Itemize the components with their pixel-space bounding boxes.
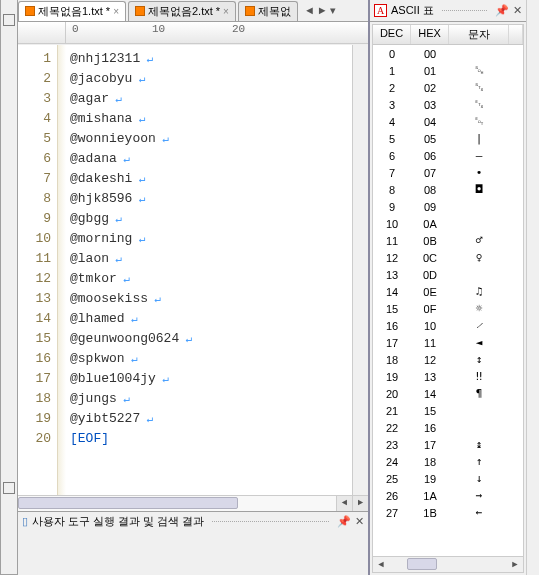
tab-scroll-left-icon[interactable]: ◄ [304,4,315,17]
ascii-row[interactable]: 120C♀ [373,249,523,266]
col-header-hex[interactable]: HEX [411,25,449,44]
ascii-row[interactable]: 606– [373,147,523,164]
ascii-row[interactable]: 909 [373,198,523,215]
ascii-row[interactable]: 1610⟋ [373,317,523,334]
text-line: @jacobyu ↵ [70,69,348,89]
ascii-row[interactable]: 140E♫ [373,283,523,300]
scroll-right-icon[interactable]: ► [507,557,523,572]
cell-hex: 19 [411,473,449,485]
cell-chr: ◘ [449,183,509,196]
tab-2[interactable]: 제목없음2.txt * × [128,1,236,21]
cell-chr: ↑ [449,455,509,468]
ascii-row[interactable]: 110B♂ [373,232,523,249]
ascii-row[interactable]: 2418↑ [373,453,523,470]
scroll-thumb[interactable] [407,558,437,570]
close-icon[interactable]: ✕ [513,4,522,17]
cell-dec: 11 [373,235,411,247]
cell-hex: 01 [411,65,449,77]
left-sidebar-gutter [0,0,18,575]
ascii-row[interactable]: 404␄ [373,113,523,130]
cell-dec: 24 [373,456,411,468]
ruler-tick: 20 [232,23,245,35]
ascii-row[interactable]: 1812↕ [373,351,523,368]
cell-dec: 5 [373,133,411,145]
ascii-row[interactable]: 303␃ [373,96,523,113]
ascii-row[interactable]: 707• [373,164,523,181]
cell-hex: 1A [411,490,449,502]
cell-chr: ☼ [449,302,509,315]
close-icon[interactable]: × [223,6,229,17]
ascii-row[interactable]: 505| [373,130,523,147]
text-line: @wonnieyoon ↵ [70,129,348,149]
ascii-row[interactable]: 2014¶ [373,385,523,402]
ascii-title: ASCII 표 [391,3,434,18]
cell-hex: 06 [411,150,449,162]
cell-hex: 11 [411,337,449,349]
scroll-left-icon[interactable]: ◄ [336,496,352,511]
scroll-left-icon[interactable]: ◄ [373,557,389,572]
editor-body[interactable]: 1234567891011121314151617181920 @nhj1231… [18,44,368,495]
cell-dec: 3 [373,99,411,111]
cell-dec: 8 [373,184,411,196]
ascii-row[interactable]: 1913‼ [373,368,523,385]
cell-chr: ␄ [449,115,509,128]
scroll-right-icon[interactable]: ► [352,496,368,511]
ascii-row[interactable]: 2216 [373,419,523,436]
cell-dec: 1 [373,65,411,77]
text-line: @morning ↵ [70,229,348,249]
ascii-horizontal-scrollbar[interactable]: ◄ ► [373,556,523,572]
sidebar-tab-top[interactable] [3,14,15,26]
tab-3[interactable]: 제목없 [238,1,298,21]
close-icon[interactable]: ✕ [355,515,364,528]
pin-icon[interactable]: 📌 [337,515,351,528]
text-area[interactable]: @nhj12311 ↵@jacobyu ↵@agar ↵@mishana ↵@w… [66,45,352,495]
cell-dec: 10 [373,218,411,230]
line-numbers: 1234567891011121314151617181920 [18,45,58,495]
ascii-row[interactable]: 101␁ [373,62,523,79]
scroll-thumb[interactable] [18,497,238,509]
file-icon [25,6,35,16]
close-icon[interactable]: × [113,6,119,17]
ascii-table-header[interactable]: DEC HEX 문자 [373,25,523,45]
ascii-row[interactable]: 130D [373,266,523,283]
horizontal-scrollbar[interactable]: ◄ ► [18,495,368,511]
tab-dropdown-icon[interactable]: ▾ [330,4,336,17]
ruler: 0 10 20 [18,22,368,44]
cell-dec: 0 [373,48,411,60]
ascii-table: DEC HEX 문자 000101␁202␂303␃404␄505|606–70… [372,24,524,573]
col-header-dec[interactable]: DEC [373,25,411,44]
editor-tabs: 제목없음1.txt * × 제목없음2.txt * × 제목없 ◄ ► ▾ [18,0,368,22]
ascii-row[interactable]: 202␂ [373,79,523,96]
cell-hex: 16 [411,422,449,434]
output-panel-body [18,531,368,575]
col-header-chr[interactable]: 문자 [449,25,509,44]
sidebar-tab-bottom[interactable] [3,482,15,494]
cell-dec: 6 [373,150,411,162]
cell-chr: → [449,489,509,502]
ascii-row[interactable]: 100A [373,215,523,232]
file-icon [135,6,145,16]
text-line: @blue1004jy ↵ [70,369,348,389]
ascii-rows[interactable]: 000101␁202␂303␃404␄505|606–707•808◘90910… [373,45,523,521]
ascii-row[interactable]: 1711◄ [373,334,523,351]
cell-dec: 12 [373,252,411,264]
text-line: @nhj12311 ↵ [70,49,348,69]
ascii-row[interactable]: 271B← [373,504,523,521]
text-line: @moosekiss ↵ [70,289,348,309]
ascii-row[interactable]: 2115 [373,402,523,419]
cell-chr: ♫ [449,285,509,298]
ascii-row[interactable]: 808◘ [373,181,523,198]
cell-dec: 19 [373,371,411,383]
tab-1[interactable]: 제목없음1.txt * × [18,1,126,21]
cell-hex: 0E [411,286,449,298]
tab-scroll-right-icon[interactable]: ► [317,4,328,17]
cell-hex: 1B [411,507,449,519]
ascii-row[interactable]: 150F☼ [373,300,523,317]
pin-icon[interactable]: 📌 [495,4,509,17]
ascii-row[interactable]: 2317↨ [373,436,523,453]
ascii-row[interactable]: 261A→ [373,487,523,504]
ascii-row[interactable]: 000 [373,45,523,62]
ascii-row[interactable]: 2519↓ [373,470,523,487]
ascii-icon: A [374,4,387,17]
vertical-scrollbar[interactable] [352,45,368,495]
